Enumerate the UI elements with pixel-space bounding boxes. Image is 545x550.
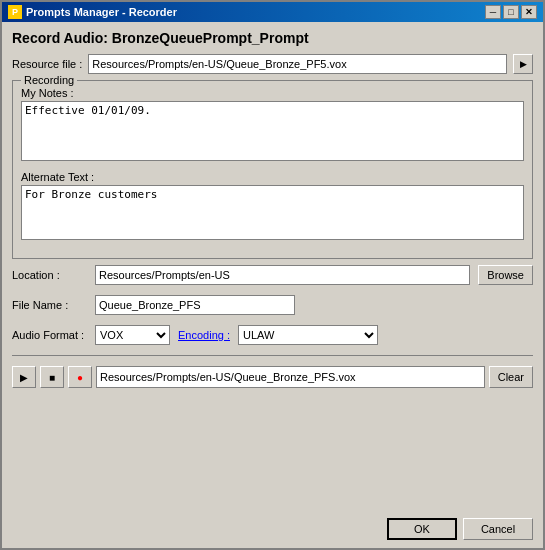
filename-row: File Name : xyxy=(12,295,533,315)
recording-group: Recording My Notes : Alternate Text : xyxy=(12,80,533,259)
cancel-button[interactable]: Cancel xyxy=(463,518,533,540)
audio-format-select[interactable]: VOX WAV MP3 xyxy=(95,325,170,345)
audio-format-row: Audio Format : VOX WAV MP3 Encoding : UL… xyxy=(12,325,533,345)
resource-play-button[interactable]: ▶ xyxy=(513,54,533,74)
notes-textarea[interactable] xyxy=(21,101,524,161)
maximize-button[interactable]: □ xyxy=(503,5,519,19)
record-button[interactable]: ● xyxy=(68,366,92,388)
alt-text-container xyxy=(21,185,524,242)
minimize-button[interactable]: ─ xyxy=(485,5,501,19)
clear-button-visible[interactable]: Clear xyxy=(489,366,533,388)
location-input[interactable] xyxy=(95,265,470,285)
audio-format-label: Audio Format : xyxy=(12,329,87,341)
stop-button[interactable]: ■ xyxy=(40,366,64,388)
title-bar: P Prompts Manager - Recorder ─ □ ✕ xyxy=(2,2,543,22)
ok-button[interactable]: OK xyxy=(387,518,457,540)
resource-file-row: Resource file : ▶ xyxy=(12,54,533,74)
divider xyxy=(12,355,533,356)
title-bar-buttons: ─ □ ✕ xyxy=(485,5,537,19)
bottom-buttons: OK Cancel xyxy=(2,514,543,548)
main-window: P Prompts Manager - Recorder ─ □ ✕ Recor… xyxy=(0,0,545,550)
location-label: Location : xyxy=(12,269,87,281)
encoding-link[interactable]: Encoding : xyxy=(178,329,230,341)
window-content: Record Audio: BronzeQueuePrompt_Prompt R… xyxy=(2,22,543,514)
alt-text-label: Alternate Text : xyxy=(21,171,524,183)
recording-group-label: Recording xyxy=(21,74,77,86)
playback-path-display: Resources/Prompts/en-US/Queue_Bronze_PFS… xyxy=(96,366,485,388)
resource-file-label: Resource file : xyxy=(12,58,82,70)
filename-label: File Name : xyxy=(12,299,87,311)
play-button[interactable]: ▶ xyxy=(12,366,36,388)
resource-file-input[interactable] xyxy=(88,54,507,74)
notes-label: My Notes : xyxy=(21,87,524,99)
close-button[interactable]: ✕ xyxy=(521,5,537,19)
browse-button[interactable]: Browse xyxy=(478,265,533,285)
alt-text-textarea[interactable] xyxy=(21,185,524,240)
filename-input[interactable] xyxy=(95,295,295,315)
playback-row: ▶ ■ ● Resources/Prompts/en-US/Queue_Bron… xyxy=(12,366,533,388)
title-bar-text: P Prompts Manager - Recorder xyxy=(8,5,177,19)
notes-container xyxy=(21,101,524,163)
location-row: Location : Browse xyxy=(12,265,533,285)
encoding-select[interactable]: ULAW ALAW PCM xyxy=(238,325,378,345)
app-icon: P xyxy=(8,5,22,19)
page-title: Record Audio: BronzeQueuePrompt_Prompt xyxy=(12,30,533,46)
playback-path-text: Resources/Prompts/en-US/Queue_Bronze_PFS… xyxy=(100,371,356,383)
window-title: Prompts Manager - Recorder xyxy=(26,6,177,18)
